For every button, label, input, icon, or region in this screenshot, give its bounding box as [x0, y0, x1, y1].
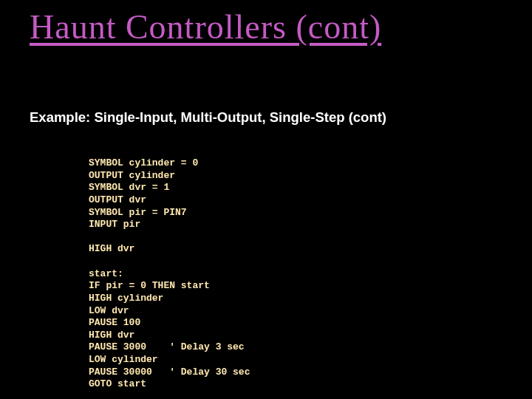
code-block: SYMBOL cylinder = 0 OUTPUT cylinder SYMB… — [89, 157, 250, 391]
slide: Haunt Controllers (cont) Example: Single… — [0, 0, 532, 399]
slide-title: Haunt Controllers (cont) — [30, 7, 381, 47]
example-subtitle: Example: Single-Input, Multi-Output, Sin… — [30, 109, 386, 126]
